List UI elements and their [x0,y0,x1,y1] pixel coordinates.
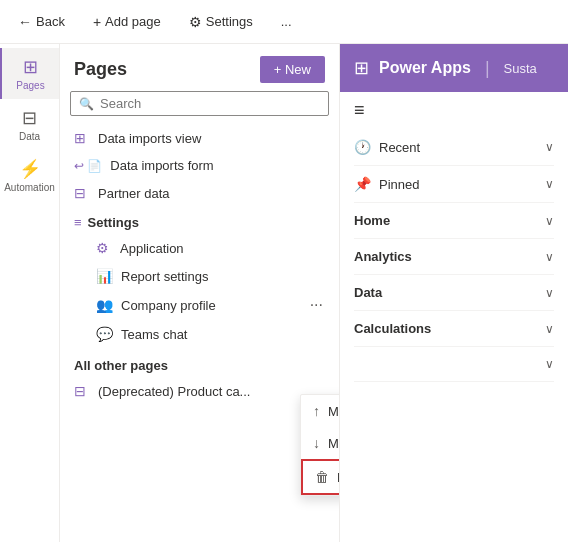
nav-item-label: Company profile [121,298,300,313]
context-move-up[interactable]: ↑ Move up [301,395,340,427]
context-remove-label: Remove from navigation [337,470,340,485]
more-icon[interactable]: ··· [308,296,325,314]
context-move-down[interactable]: ↓ Move down [301,427,340,459]
right-nav-analytics-label: Analytics [354,249,412,264]
right-nav-calculations-label: Calculations [354,321,431,336]
nav-item-report-settings[interactable]: 📊 Report settings [64,262,335,290]
nav-item-data-imports-view[interactable]: ⊞ Data imports view [64,124,335,152]
right-nav-data-label: Data [354,285,382,300]
right-nav-hamburger-area: ≡ [340,92,568,129]
pages-panel: Pages + New 🔍 ⊞ Data imports view ↩ 📄 Da… [60,44,340,542]
right-nav-data[interactable]: Data ∨ [354,275,554,311]
teams-icon: 💬 [96,326,113,342]
chevron-down-icon: ∨ [545,322,554,336]
sidebar-pages-label: Pages [16,80,44,91]
sidebar-data-label: Data [19,131,40,142]
app-icon: ⚙ [96,240,112,256]
context-move-down-label: Move down [328,436,340,451]
right-header-title: Power Apps [379,59,471,77]
nav-item-label: (Deprecated) Product ca... [98,384,325,399]
chevron-down-icon: ∨ [545,250,554,264]
form-icon: ↩ 📄 [74,159,102,173]
move-up-icon: ↑ [313,403,320,419]
right-nav-pinned-label: Pinned [379,177,419,192]
context-remove-nav[interactable]: 🗑 Remove from navigation [301,459,340,495]
move-down-icon: ↓ [313,435,320,451]
icon-sidebar: ⊞ Pages ⊟ Data ⚡ Automation [0,44,60,542]
nav-item-label: Data imports form [110,158,325,173]
sidebar-item-data[interactable]: ⊟ Data [0,99,59,150]
chevron-down-icon: ∨ [545,140,554,154]
new-button[interactable]: + New [260,56,325,83]
new-button-label: + New [274,62,311,77]
pages-icon: ⊞ [23,56,38,78]
back-icon: ← [18,14,32,30]
nav-item-partner-data[interactable]: ⊟ Partner data [64,179,335,207]
settings-section-label: Settings [88,215,139,230]
nav-item-application[interactable]: ⚙ Application [64,234,335,262]
chevron-down-icon: ∨ [545,286,554,300]
settings-list-icon: ≡ [74,215,82,230]
settings-section-header: ≡ Settings [64,207,335,234]
nav-item-label: Teams chat [121,327,325,342]
plus-icon: + [93,14,101,30]
right-nav-list: 🕐 Recent ∨ 📌 Pinned ∨ Home ∨ Analytics ∨ [340,129,568,382]
context-move-up-label: Move up [328,404,340,419]
add-page-label: Add page [105,14,161,29]
nav-item-teams-chat[interactable]: 💬 Teams chat [64,320,335,348]
sidebar-item-automation[interactable]: ⚡ Automation [0,150,59,201]
add-page-button[interactable]: + Add page [87,10,167,34]
search-icon: 🔍 [79,97,94,111]
partner-icon: ⊟ [74,185,90,201]
right-nav-calculations[interactable]: Calculations ∨ [354,311,554,347]
settings-label: Settings [206,14,253,29]
data-icon: ⊟ [22,107,37,129]
more-button[interactable]: ... [275,10,298,33]
chevron-down-icon: ∨ [545,214,554,228]
top-bar: ← Back + Add page ⚙ Settings ... [0,0,568,44]
search-box: 🔍 [70,91,329,116]
nav-item-label: Application [120,241,325,256]
recent-icon: 🕐 [354,139,371,155]
nav-item-deprecated-product[interactable]: ⊟ (Deprecated) Product ca... [64,377,335,405]
right-header-subtitle: Susta [504,61,537,76]
pinned-icon: 📌 [354,176,371,192]
nav-item-label: Partner data [98,186,325,201]
gear-icon: ⚙ [189,14,202,30]
sidebar-item-pages[interactable]: ⊞ Pages [0,48,59,99]
sidebar-automation-label: Automation [4,182,55,193]
automation-icon: ⚡ [19,158,41,180]
chevron-down-icon: ∨ [545,357,554,371]
right-nav-recent-label: Recent [379,140,420,155]
right-nav-home[interactable]: Home ∨ [354,203,554,239]
main-layout: ⊞ Pages ⊟ Data ⚡ Automation Pages + New … [0,44,568,542]
nav-item-label: Data imports view [98,131,325,146]
right-nav-pinned[interactable]: 📌 Pinned ∨ [354,166,554,203]
nav-list: ⊞ Data imports view ↩ 📄 Data imports for… [60,124,339,542]
ellipsis-icon: ... [281,14,292,29]
pages-header: Pages + New [60,44,339,91]
trash-icon: 🗑 [315,469,329,485]
all-other-pages-header: All other pages [64,348,335,377]
right-nav-home-label: Home [354,213,390,228]
report-icon: 📊 [96,268,113,284]
right-nav-empty[interactable]: ∨ [354,347,554,382]
settings-button[interactable]: ⚙ Settings [183,10,259,34]
deprecated-icon: ⊟ [74,383,90,399]
search-input[interactable] [100,96,320,111]
nav-item-label: Report settings [121,269,325,284]
header-divider: | [485,58,490,79]
context-menu: ↑ Move up ↓ Move down 🗑 Remove from navi… [300,394,340,496]
right-panel: ⊞ Power Apps | Susta ≡ 🕐 Recent ∨ 📌 Pinn… [340,44,568,542]
back-button[interactable]: ← Back [12,10,71,34]
company-icon: 👥 [96,297,113,313]
nav-item-company-profile[interactable]: 👥 Company profile ··· [64,290,335,320]
nav-item-data-imports-form[interactable]: ↩ 📄 Data imports form [64,152,335,179]
right-nav-analytics[interactable]: Analytics ∨ [354,239,554,275]
table-icon: ⊞ [74,130,90,146]
back-label: Back [36,14,65,29]
waffle-icon[interactable]: ⊞ [354,57,369,79]
hamburger-icon[interactable]: ≡ [354,96,365,124]
right-nav-recent[interactable]: 🕐 Recent ∨ [354,129,554,166]
chevron-down-icon: ∨ [545,177,554,191]
